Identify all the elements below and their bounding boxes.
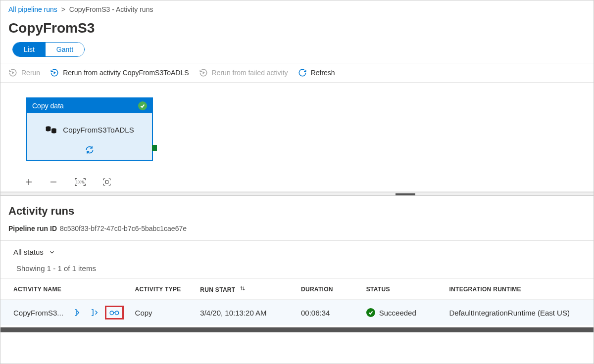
zoom-in-button[interactable] — [24, 178, 33, 186]
col-duration[interactable]: DURATION — [297, 279, 362, 300]
activity-type-label: Copy data — [32, 102, 64, 110]
activity-runs-table: ACTIVITY NAME ACTIVITY TYPE RUN START DU… — [0, 278, 594, 325]
zoom-reset-button[interactable]: 100% — [74, 178, 87, 186]
activity-card[interactable]: Copy data CopyFromS3ToADLS — [26, 97, 153, 161]
replay-failed-icon — [199, 68, 208, 77]
canvas-scrollbar[interactable] — [0, 192, 594, 196]
zoom-out-button[interactable] — [49, 178, 58, 186]
col-activity-name[interactable]: ACTIVITY NAME — [0, 279, 131, 300]
refresh-label: Refresh — [311, 69, 335, 77]
svg-marker-1 — [54, 71, 56, 74]
output-icon[interactable] — [88, 306, 101, 319]
rerun-from-label: Rerun from activity CopyFromS3ToADLS — [63, 69, 189, 77]
svg-point-11 — [115, 311, 118, 315]
col-activity-type[interactable]: ACTIVITY TYPE — [131, 279, 197, 300]
svg-rect-9 — [105, 181, 108, 183]
rerun-failed-button: Rerun from failed activity — [199, 68, 288, 77]
rerun-failed-label: Rerun from failed activity — [212, 69, 288, 77]
svg-text:100%: 100% — [76, 180, 84, 184]
row-duration: 00:06:34 — [297, 300, 362, 326]
filter-row: All status — [0, 240, 594, 260]
col-status[interactable]: STATUS — [362, 279, 446, 300]
row-activity-name: CopyFromS3... — [13, 309, 63, 317]
row-integration-runtime: DefaultIntegrationRuntime (East US) — [445, 300, 594, 326]
status-filter-dropdown[interactable]: All status — [13, 248, 55, 256]
sort-arrows-icon — [239, 285, 246, 292]
row-activity-type: Copy — [131, 300, 197, 326]
breadcrumb: All pipeline runs > CopyFromS3 - Activit… — [0, 0, 594, 15]
section-title: Activity runs — [0, 196, 594, 223]
horizontal-scrollbar[interactable] — [0, 327, 594, 332]
refresh-button[interactable]: Refresh — [298, 68, 335, 77]
svg-marker-2 — [202, 71, 205, 74]
view-toggle: List Gantt — [0, 42, 594, 63]
toggle-gantt-button[interactable]: Gantt — [46, 43, 84, 56]
rerun-from-button[interactable]: Rerun from activity CopyFromS3ToADLS — [50, 68, 189, 77]
refresh-icon — [298, 68, 307, 77]
input-icon[interactable] — [71, 306, 84, 319]
rerun-button: Rerun — [8, 68, 40, 77]
breadcrumb-root[interactable]: All pipeline runs — [8, 5, 57, 13]
activity-card-body: CopyFromS3ToADLS — [27, 113, 152, 145]
activity-card-header: Copy data — [27, 98, 152, 113]
activity-name-label: CopyFromS3ToADLS — [63, 126, 134, 134]
chevron-down-icon — [49, 249, 55, 256]
toggle-list-button[interactable]: List — [13, 43, 46, 56]
col-run-start[interactable]: RUN START — [196, 279, 297, 300]
replay-from-icon — [50, 68, 59, 77]
svg-marker-0 — [12, 71, 15, 74]
svg-point-10 — [110, 311, 113, 315]
pipeline-canvas[interactable]: Copy data CopyFromS3ToADLS — [0, 83, 594, 171]
rerun-label: Rerun — [21, 69, 40, 77]
activity-card-footer — [27, 145, 152, 160]
sync-icon[interactable] — [85, 145, 95, 155]
pipeline-id-value: 8c530f33-bf72-47c0-b7c6-5babc1cae67e — [60, 225, 187, 232]
toolbar: Rerun Rerun from activity CopyFromS3ToAD… — [0, 63, 594, 83]
col-integration-runtime[interactable]: INTEGRATION RUNTIME — [445, 279, 594, 300]
output-connector[interactable] — [152, 145, 157, 151]
check-circle-icon — [366, 308, 375, 317]
database-stack-icon — [45, 123, 58, 136]
zoom-controls: 100% — [0, 171, 594, 192]
pipeline-id-label: Pipeline run ID — [8, 225, 57, 232]
showing-count: Showing 1 - 1 of 1 items — [0, 260, 594, 278]
replay-icon — [8, 68, 17, 77]
table-row[interactable]: CopyFromS3... Copy 3/4/20, — [0, 300, 594, 326]
pipeline-run-id-row: Pipeline run ID 8c530f33-bf72-47c0-b7c6-… — [0, 223, 594, 240]
breadcrumb-current: CopyFromS3 - Activity runs — [69, 5, 153, 13]
success-badge-icon — [138, 101, 147, 110]
breadcrumb-sep: > — [61, 5, 65, 13]
list-gantt-toggle: List Gantt — [12, 42, 85, 57]
row-run-start: 3/4/20, 10:13:20 AM — [196, 300, 297, 326]
row-status: Succeeded — [379, 309, 416, 317]
details-glasses-icon[interactable] — [105, 306, 124, 319]
status-filter-label: All status — [13, 248, 44, 256]
zoom-fit-button[interactable] — [102, 178, 111, 186]
page-title: CopyFromS3 — [0, 15, 594, 42]
